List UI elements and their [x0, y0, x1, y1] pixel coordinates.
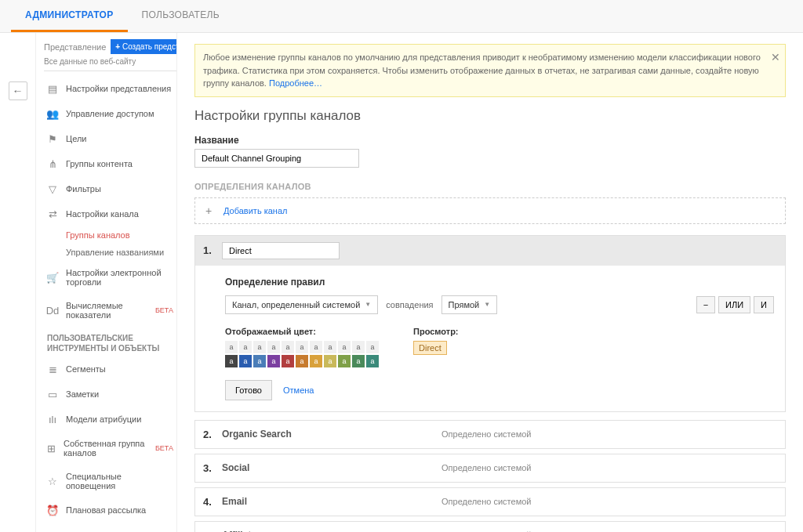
channel-row[interactable]: 5.AffiliatesОпределено системой: [194, 521, 786, 533]
sidebar-item-label: Фильтры: [66, 184, 101, 194]
sidebar-item[interactable]: 👥Управление доступом: [44, 101, 176, 126]
sidebar-item-label: Управление доступом: [66, 109, 154, 118]
sidebar-subitem[interactable]: Управление названиями: [44, 244, 176, 261]
color-swatch[interactable]: a: [338, 355, 351, 367]
channel-number: 1.: [203, 244, 222, 256]
sidebar-icon: ⊞: [47, 443, 56, 454]
sidebar-item[interactable]: ılıМодели атрибуции: [44, 407, 176, 432]
remove-rule-button[interactable]: −: [696, 296, 715, 313]
sidebar-icon: ▽: [47, 183, 58, 194]
color-swatch[interactable]: a: [352, 355, 365, 367]
add-icon[interactable]: +: [202, 204, 216, 217]
create-view-button[interactable]: + Создать представл: [111, 39, 176, 54]
channel-editor: 1. Определение правил Канал, определенны…: [194, 235, 786, 412]
match-text: совпадения: [386, 300, 433, 309]
sidebar-item-label: Плановая рассылка: [66, 505, 146, 515]
sidebar-icon: ▤: [47, 83, 58, 94]
preview-chip: Direct: [413, 341, 447, 355]
sidebar-item[interactable]: ⏰Плановая рассылка: [44, 498, 176, 523]
color-swatch[interactable]: a: [267, 341, 280, 353]
color-swatch[interactable]: a: [352, 341, 365, 353]
color-swatch[interactable]: a: [296, 341, 308, 353]
sidebar-item-label: Группы контента: [66, 159, 133, 168]
sidebar-item[interactable]: ☆Специальные оповещения: [44, 465, 176, 498]
sidebar-item[interactable]: ⊞Собственная группа каналовБЕТА: [44, 432, 176, 465]
and-button[interactable]: И: [754, 296, 774, 313]
sidebar-item[interactable]: ▽Фильтры: [44, 176, 176, 201]
color-swatch[interactable]: a: [239, 355, 252, 367]
color-swatch[interactable]: a: [282, 341, 294, 353]
or-button[interactable]: ИЛИ: [718, 296, 750, 313]
color-swatch[interactable]: a: [310, 341, 322, 353]
preview-label: Просмотр:: [413, 327, 459, 336]
sidebar-item-label: Вычисляемые показатели: [66, 301, 146, 320]
view-label: Представление: [44, 42, 106, 52]
sidebar-section: ПОЛЬЗОВАТЕЛЬСКИЕ ИНСТРУМЕНТЫ И ОБЪЕКТЫ: [44, 327, 176, 356]
color-swatch[interactable]: a: [324, 355, 336, 367]
tab-user[interactable]: ПОЛЬЗОВАТЕЛЬ: [128, 0, 234, 32]
rule-value-dropdown[interactable]: Прямой▼: [441, 295, 498, 314]
sidebar-item[interactable]: ≣Сегменты: [44, 356, 176, 382]
sidebar-item-label: Настройки электронной торговли: [66, 268, 173, 287]
chevron-down-icon: ▼: [484, 301, 490, 308]
color-swatch[interactable]: a: [338, 341, 351, 353]
color-swatch[interactable]: a: [267, 355, 280, 367]
channel-row[interactable]: 4.EmailОпределено системой: [194, 487, 786, 516]
sidebar-item-label: Собственная группа каналов: [64, 439, 146, 458]
sidebar-item-label: Сегменты: [66, 364, 106, 374]
sidebar-icon: ☆: [47, 476, 58, 487]
name-label: Название: [194, 135, 786, 146]
sidebar-item-label: Модели атрибуции: [66, 414, 141, 424]
sidebar-item[interactable]: ⚑Цели: [44, 126, 176, 151]
sidebar-item-label: Настройки канала: [66, 209, 139, 219]
color-swatch[interactable]: a: [296, 355, 308, 367]
add-channel-link[interactable]: Добавить канал: [223, 206, 287, 215]
color-swatch[interactable]: a: [310, 355, 322, 367]
sidebar-icon: ⋔: [47, 158, 58, 169]
sidebar-item[interactable]: DdВычисляемые показателиБЕТА: [44, 294, 176, 327]
color-swatch[interactable]: a: [282, 355, 294, 367]
sidebar-item-label: Цели: [66, 134, 86, 143]
color-swatch[interactable]: a: [324, 341, 336, 353]
sidebar-item[interactable]: ⋔Группы контента: [44, 151, 176, 176]
color-swatch[interactable]: a: [366, 341, 379, 353]
sidebar-subitem[interactable]: Группы каналов: [44, 226, 176, 244]
rule-dimension-dropdown[interactable]: Канал, определенный системой▼: [225, 295, 378, 314]
color-swatch[interactable]: a: [253, 355, 266, 367]
definitions-label: ОПРЕДЕЛЕНИЯ КАНАЛОВ: [194, 182, 786, 191]
color-swatch[interactable]: a: [253, 341, 266, 353]
sidebar-item[interactable]: 🛒Настройки электронной торговли: [44, 261, 176, 294]
sidebar-icon: ≣: [47, 364, 58, 375]
tab-admin[interactable]: АДМИНИСТРАТОР: [11, 0, 128, 32]
cancel-link[interactable]: Отмена: [283, 385, 314, 395]
sidebar-item-label: Заметки: [66, 389, 99, 399]
color-swatch[interactable]: a: [366, 355, 379, 367]
sidebar-icon: ⇄: [47, 208, 58, 219]
sidebar-icon: 🛒: [47, 272, 58, 283]
close-icon[interactable]: ✕: [771, 49, 780, 66]
color-swatch[interactable]: a: [239, 341, 252, 353]
add-channel-row: + Добавить канал: [194, 197, 786, 224]
sidebar-item[interactable]: ⇄Настройки канала: [44, 201, 176, 226]
sidebar-icon: ılı: [47, 414, 58, 425]
main-content: Любое изменение группы каналов по умолча…: [177, 33, 803, 532]
back-icon[interactable]: ←: [9, 81, 27, 100]
sidebar-icon: 👥: [47, 108, 58, 119]
done-button[interactable]: Готово: [225, 380, 272, 400]
sidebar-item[interactable]: ▤Настройки представления: [44, 76, 176, 101]
color-swatch[interactable]: a: [225, 341, 238, 353]
channel-name-input[interactable]: [222, 242, 340, 259]
channel-row[interactable]: 2.Organic SearchОпределено системой: [194, 420, 786, 449]
sidebar: Представление + Создать представл Все да…: [36, 33, 177, 532]
color-swatches: aaaaaaaaaaaaaaaaaaaaaa: [225, 341, 382, 367]
sidebar-item-label: Настройки представления: [66, 84, 171, 93]
grouping-name-input[interactable]: [194, 149, 359, 168]
left-column: ←: [0, 33, 36, 532]
color-swatch[interactable]: a: [225, 355, 238, 367]
sidebar-icon: ⏰: [47, 505, 58, 516]
channel-row[interactable]: 3.SocialОпределено системой: [194, 454, 786, 483]
sidebar-item-label: Специальные оповещения: [66, 472, 173, 490]
sidebar-item[interactable]: ▭Заметки: [44, 382, 176, 407]
sidebar-item[interactable]: 🗎Сохраненные отчеты: [44, 523, 176, 532]
alert-link[interactable]: Подробнее…: [269, 78, 322, 88]
